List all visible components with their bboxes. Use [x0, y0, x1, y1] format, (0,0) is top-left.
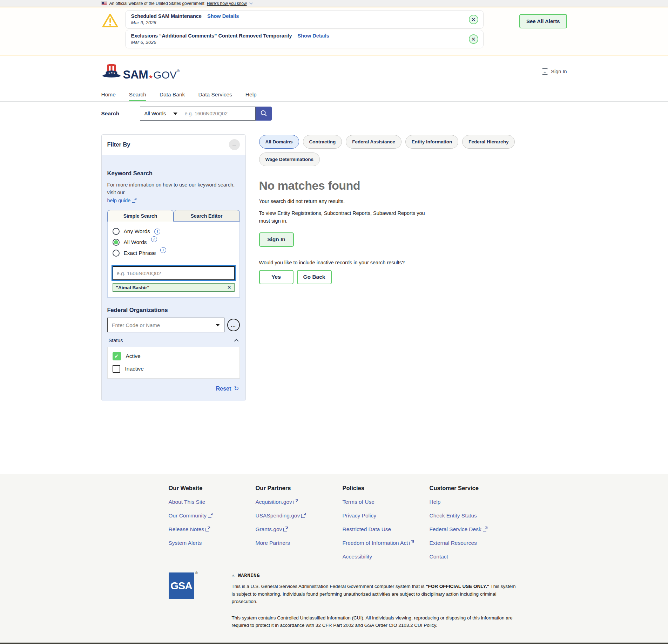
checkbox-inactive[interactable] — [113, 365, 120, 373]
info-icon[interactable]: i — [160, 247, 166, 253]
tab-search-editor[interactable]: Search Editor — [174, 210, 240, 222]
keyword-input[interactable] — [113, 266, 235, 280]
yes-button[interactable]: Yes — [259, 270, 293, 284]
more-options-ellipsis-button[interactable]: … — [227, 319, 240, 331]
collapse-minus-icon[interactable]: – — [229, 139, 240, 150]
footer-link-more-partners[interactable]: More Partners — [256, 540, 343, 546]
footer-link-check-entity-status[interactable]: Check Entity Status — [430, 513, 517, 519]
no-results-subtitle: Your search did not return any results. — [259, 198, 567, 204]
alert-show-details-link[interactable]: Show Details — [207, 13, 239, 19]
federal-org-combobox[interactable]: Enter Code or Name — [107, 318, 224, 332]
help-guide-link[interactable]: help guide — [107, 198, 131, 203]
filter-panel: Filter By – Keyword Search For more info… — [101, 134, 246, 401]
sign-in-link[interactable]: ← Sign In — [542, 68, 567, 75]
warning-sign-icon: ⚠ — [232, 572, 235, 578]
close-icon[interactable]: ✕ — [469, 15, 478, 24]
close-icon[interactable]: ✕ — [469, 34, 478, 44]
uncle-sam-hat-icon: ★ ★ ★ — [101, 63, 122, 80]
radio-any-words[interactable] — [113, 228, 120, 235]
footer-col-our-website: Our Website About This Site Our Communit… — [169, 485, 256, 560]
radio-exact-phrase-label: Exact Phrase — [124, 250, 156, 256]
warning-title: ⚠ WARNING — [232, 572, 519, 578]
footer-link-external-resources[interactable]: External Resources — [430, 540, 517, 546]
chevron-up-icon[interactable] — [234, 339, 238, 343]
nav-item-data-bank[interactable]: Data Bank — [160, 88, 185, 101]
external-link-icon — [132, 199, 135, 203]
gsa-registered-mark: ® — [195, 571, 197, 575]
federal-organizations-heading: Federal Organizations — [107, 307, 240, 313]
search-label: Search — [101, 110, 140, 117]
pill-wage-determinations[interactable]: Wage Determinations — [259, 152, 320, 166]
sam-gov-logo[interactable]: ★ ★ ★ SAM★GOV® — [101, 63, 180, 80]
close-x-glyph: ✕ — [471, 36, 476, 42]
warning-triangle-icon — [102, 13, 118, 29]
pill-federal-hierarchy[interactable]: Federal Hierarchy — [462, 135, 515, 149]
site-header: ★ ★ ★ SAM★GOV® ← Sign In — [0, 55, 668, 88]
filter-by-title: Filter By — [107, 141, 130, 148]
chip-remove-icon[interactable]: ✕ — [227, 285, 231, 290]
info-icon[interactable]: i — [154, 229, 160, 235]
search-input[interactable] — [181, 107, 256, 121]
radio-all-words-label: All Words — [124, 239, 147, 245]
gsa-warning-band: GSA ® ⚠ WARNING This is a U.S. General S… — [0, 569, 668, 643]
search-mode-value: All Words — [144, 111, 166, 116]
federal-org-placeholder: Enter Code or Name — [112, 322, 160, 328]
warning-block: ⚠ WARNING This is a U.S. General Service… — [232, 572, 519, 629]
footer-link-accessibility[interactable]: Accessibility — [343, 554, 430, 560]
pill-federal-assistance[interactable]: Federal Assistance — [346, 135, 402, 149]
external-link-icon — [208, 514, 211, 518]
sign-in-button[interactable]: Sign In — [259, 232, 294, 247]
see-all-alerts-button[interactable]: See All Alerts — [519, 14, 567, 28]
checkbox-active[interactable]: ✓ — [113, 352, 121, 360]
footer-col-our-partners: Our Partners Acquisition.gov USASpending… — [256, 485, 343, 560]
footer-link-foia[interactable]: Freedom of Information Act — [343, 540, 430, 546]
footer-link-contact[interactable]: Contact — [430, 554, 517, 560]
footer-link-acquisition-gov[interactable]: Acquisition.gov — [256, 499, 343, 505]
footer-link-release-notes[interactable]: Release Notes — [169, 526, 256, 533]
results-area: All Domains Contracting Federal Assistan… — [259, 134, 567, 284]
alert-title: Scheduled SAM Maintenance — [131, 13, 202, 19]
footer-link-restricted-data-use[interactable]: Restricted Data Use — [343, 526, 430, 533]
caret-down-icon — [216, 324, 220, 326]
pill-all-domains[interactable]: All Domains — [259, 135, 299, 149]
status-heading: Status — [109, 338, 123, 343]
keyword-search-heading: Keyword Search — [107, 170, 240, 177]
info-icon[interactable]: i — [151, 236, 157, 242]
refresh-icon: ↻ — [234, 385, 239, 392]
main-content: Filter By – Keyword Search For more info… — [101, 127, 567, 474]
footer-link-federal-service-desk[interactable]: Federal Service Desk — [430, 526, 517, 533]
search-mode-select[interactable]: All Words — [140, 107, 181, 121]
radio-exact-phrase[interactable] — [113, 250, 120, 257]
footer-link-usaspending-gov[interactable]: USASpending.gov — [256, 513, 343, 519]
footer-heading: Customer Service — [430, 485, 517, 492]
footer-col-customer-service: Customer Service Help Check Entity Statu… — [430, 485, 517, 560]
pill-contracting[interactable]: Contracting — [303, 135, 342, 149]
us-flag-icon — [101, 1, 107, 5]
footer-link-privacy-policy[interactable]: Privacy Policy — [343, 513, 430, 519]
nav-item-data-services[interactable]: Data Services — [198, 88, 232, 101]
search-submit-button[interactable] — [256, 107, 272, 121]
caret-down-icon — [173, 113, 177, 115]
alert-card: Exclusions “Additional Comments” Content… — [125, 30, 484, 48]
pill-entity-information[interactable]: Entity Information — [405, 135, 459, 149]
banner-how-you-know-link[interactable]: Here’s how you know — [207, 1, 247, 6]
radio-all-words[interactable] — [113, 239, 120, 246]
sign-in-label: Sign In — [551, 69, 567, 74]
alert-show-details-link[interactable]: Show Details — [298, 33, 329, 39]
search-band: Search All Words — [0, 102, 668, 127]
footer-link-help[interactable]: Help — [430, 499, 517, 505]
footer-link-system-alerts[interactable]: System Alerts — [169, 540, 256, 546]
nav-item-home[interactable]: Home — [101, 88, 116, 101]
footer-link-our-community[interactable]: Our Community — [169, 513, 256, 519]
footer-link-about-this-site[interactable]: About This Site — [169, 499, 256, 505]
simple-search-content: Any Words i All Words i Exact Phrase i — [107, 222, 240, 298]
nav-item-search[interactable]: Search — [129, 88, 146, 101]
reset-link[interactable]: Reset — [216, 386, 231, 392]
footer-link-grants-gov[interactable]: Grants.gov — [256, 526, 343, 533]
domain-filter-pills: All Domains Contracting Federal Assistan… — [259, 135, 567, 166]
tab-simple-search[interactable]: Simple Search — [107, 210, 174, 222]
nav-item-help[interactable]: Help — [245, 88, 257, 101]
go-back-button[interactable]: Go Back — [297, 270, 332, 284]
alert-card: Scheduled SAM Maintenance Show Details M… — [125, 10, 484, 29]
footer-link-terms-of-use[interactable]: Terms of Use — [343, 499, 430, 505]
